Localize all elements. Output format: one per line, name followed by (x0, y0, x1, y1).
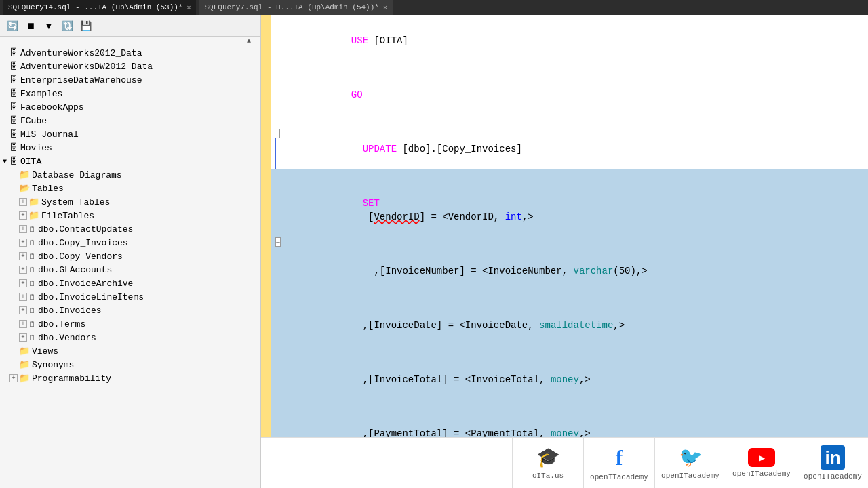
expander-oita: ▼ (0, 158, 9, 165)
label-views: Views (32, 346, 58, 357)
folder-icon-synonyms: 📁 (19, 359, 30, 370)
object-explorer-tree[interactable]: 🗄 AdventureWorks2012_Data 🗄 AdventureWor… (0, 45, 260, 488)
object-explorer-toolbar: 🔄 ⏹ ▼ 🔃 💾 (0, 15, 260, 37)
tree-item-copyinvoices[interactable]: + 🗒 dbo.Copy_Invoices (0, 236, 260, 249)
tab-sqlquery7-close[interactable]: ✕ (383, 3, 387, 12)
line-content-paymenttotal: ,[PaymentTotal] = <PaymentTotal, money,> (280, 400, 591, 437)
expander-contactupdates: + (19, 225, 27, 233)
db-icon-facebookapps: 🗄 (9, 102, 18, 113)
code-line-paymenttotal: ,[PaymentTotal] = <PaymentTotal, money,> (271, 400, 868, 437)
tab-sqlquery14[interactable]: SQLQuery14.sql - ...TA (Hp\Admin (53))* … (3, 0, 196, 15)
line-content-blank2 (280, 115, 288, 129)
line-content-set-vendor: SET [VendorID] = <VendorID, int,> (280, 169, 534, 237)
toolbar-stop-btn[interactable]: ⏹ (22, 18, 39, 34)
tab-sqlquery14-close[interactable]: ✕ (186, 3, 191, 12)
line-content-update: UPDATE [dbo].[Copy_Invoices] (280, 129, 522, 169)
left-panel: 🔄 ⏹ ▼ 🔃 💾 ▲ 🗄 AdventureWorks2012_Data 🗄 … (0, 15, 261, 488)
tab-sqlquery7[interactable]: SQLQuery7.sql - H...TA (Hp\Admin (54))* … (199, 0, 392, 15)
tree-item-facebookapps[interactable]: 🗄 FacebookApps (0, 100, 260, 114)
tree-item-contactupdates[interactable]: + 🗒 dbo.ContactUpdates (0, 222, 260, 236)
db-icon-enterprisedw: 🗄 (9, 75, 18, 85)
tree-item-copyvendors[interactable]: + 🗒 dbo.Copy_Vendors (0, 249, 260, 263)
table-icon-vendors: 🗒 (28, 333, 36, 342)
title-bar: SQLQuery14.sql - ...TA (Hp\Admin (53))* … (0, 0, 868, 15)
social-item-grad[interactable]: 🎓 oITa.us (512, 438, 583, 489)
tree-item-tables[interactable]: 📂 Tables (0, 182, 260, 195)
tree-item-misjournal[interactable]: 🗄 MIS Journal (0, 127, 260, 141)
table-icon-glaccounts: 🗒 (28, 266, 36, 274)
tree-item-dbdiagrams[interactable]: 📁 Database Diagrams (0, 168, 260, 182)
table-icon-terms: 🗒 (28, 320, 36, 329)
tree-item-views[interactable]: 📁 Views (0, 344, 260, 358)
table-icon-copyinvoices: 🗒 (28, 239, 36, 247)
label-programmability: Programmability (32, 373, 111, 384)
code-line-invoicetotal: ,[InvoiceTotal] = <InvoiceTotal, money,> (271, 346, 868, 400)
code-editor-panel: USE [OITA] GO (261, 15, 868, 488)
db-icon-movies: 🗄 (9, 143, 18, 153)
main-container: 🔄 ⏹ ▼ 🔃 💾 ▲ 🗄 AdventureWorks2012_Data 🗄 … (0, 15, 868, 488)
social-item-facebook[interactable]: f openITacademy (583, 438, 654, 489)
table-icon-invoicearchive: 🗒 (28, 279, 36, 288)
tree-item-fcube[interactable]: 🗄 FCube (0, 114, 260, 127)
gutter-update: – (271, 129, 280, 138)
expander-filetables: + (19, 211, 27, 220)
tree-item-invoices[interactable]: + 🗒 dbo.Invoices (0, 304, 260, 317)
tree-item-examples[interactable]: 🗄 Examples (0, 87, 260, 100)
label-vendors: dbo.Vendors (38, 333, 96, 343)
editor-body: USE [OITA] GO (261, 15, 868, 437)
expander-vendors: + (19, 333, 27, 342)
line-content-1: USE [OITA] (280, 20, 408, 61)
label-adventureworks2012: AdventureWorks2012_Data (20, 48, 142, 58)
tree-item-vendors[interactable]: + 🗒 dbo.Vendors (0, 331, 260, 344)
toolbar-refresh-btn[interactable]: 🔄 (4, 18, 20, 34)
tree-item-enterprisedw[interactable]: 🗄 EnterpriseDataWarehouse (0, 73, 260, 87)
tree-item-movies[interactable]: 🗄 Movies (0, 141, 260, 155)
label-invoicelineitems: dbo.InvoiceLineItems (38, 292, 144, 302)
linkedin-icon: in (821, 445, 845, 470)
social-item-linkedin[interactable]: in openITacademy (797, 438, 868, 489)
expander-terms: + (19, 320, 27, 328)
tree-item-glaccounts[interactable]: + 🗒 dbo.GLAccounts (0, 263, 260, 277)
label-examples: Examples (20, 89, 62, 99)
expander-programmability: + (9, 374, 18, 382)
folder-icon-programmability: 📁 (19, 373, 30, 384)
line-content-invoicedate: ,[InvoiceDate] = <InvoiceDate, smalldate… (280, 291, 625, 346)
tab-sqlquery14-label: SQLQuery14.sql - ...TA (Hp\Admin (53))* (8, 3, 182, 12)
update-block: – UPDATE [dbo].[Copy_Invoices] SET [Vend… (271, 129, 868, 437)
tree-item-filetables[interactable]: + 📁 FileTables (0, 209, 260, 222)
table-icon-contactupdates: 🗒 (28, 225, 36, 234)
expander-invoicearchive: + (19, 279, 27, 287)
expander-glaccounts: + (19, 266, 27, 274)
social-item-youtube[interactable]: ▶ openITacademy (726, 438, 797, 489)
folder-icon-views: 📁 (19, 346, 30, 357)
code-area[interactable]: USE [OITA] GO (271, 15, 868, 437)
line-content-blank1 (280, 61, 288, 75)
tree-item-invoicearchive[interactable]: + 🗒 dbo.InvoiceArchive (0, 277, 260, 290)
editor-yellow-margin (261, 15, 271, 437)
expander-invoices: + (19, 306, 27, 314)
collapse-update-btn[interactable]: – (271, 129, 280, 138)
db-icon-adventureworks2012: 🗄 (9, 48, 18, 58)
toolbar-sync-btn[interactable]: 🔃 (59, 18, 75, 34)
social-label-grad: oITa.us (532, 472, 564, 480)
tree-item-terms[interactable]: + 🗒 dbo.Terms (0, 317, 260, 331)
line-content-invoicenumber: ,[InvoiceNumber] = <InvoiceNumber, varch… (280, 237, 648, 291)
label-adventureworksdw: AdventureWorksDW2012_Data (20, 62, 153, 72)
tree-item-adventureworksdw[interactable]: 🗄 AdventureWorksDW2012_Data (0, 60, 260, 73)
tree-item-systemtables[interactable]: + 📁 System Tables (0, 195, 260, 209)
toolbar-save-btn[interactable]: 💾 (77, 18, 94, 34)
tree-item-oita[interactable]: ▼ 🗄 OITA (0, 155, 260, 168)
table-icon-invoices: 🗒 (28, 306, 36, 315)
tree-item-invoicelineitems[interactable]: + 🗒 dbo.InvoiceLineItems (0, 290, 260, 304)
tree-item-synonyms[interactable]: 📁 Synonyms (0, 358, 260, 371)
label-invoices: dbo.Invoices (38, 306, 102, 316)
tree-item-adventureworks2012[interactable]: 🗄 AdventureWorks2012_Data (0, 46, 260, 60)
social-label-facebook: openITacademy (590, 473, 648, 481)
folder-icon-tables: 📂 (19, 183, 30, 194)
social-item-twitter[interactable]: 🐦 openITacademy (654, 438, 726, 489)
tree-item-programmability[interactable]: + 📁 Programmability (0, 371, 260, 385)
label-movies: Movies (20, 143, 52, 153)
toolbar-filter-btn[interactable]: ▼ (41, 18, 57, 34)
folder-icon-systemtables: 📁 (28, 197, 39, 207)
db-icon-fcube: 🗄 (9, 116, 18, 126)
